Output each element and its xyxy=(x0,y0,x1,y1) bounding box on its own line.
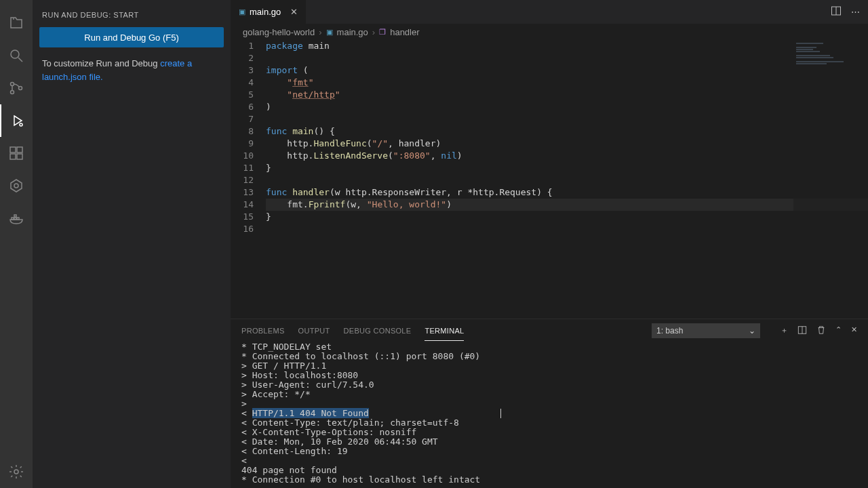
line-number: 13 xyxy=(231,186,254,199)
explorer-icon[interactable] xyxy=(0,7,33,39)
svg-rect-15 xyxy=(14,215,16,217)
line-number: 6 xyxy=(231,101,254,113)
code-line[interactable]: "fmt" xyxy=(266,77,868,89)
breadcrumb[interactable]: golang-hello-world › ▣ main.go › ❐ handl… xyxy=(231,24,868,40)
source-control-icon[interactable] xyxy=(0,72,33,104)
code-line[interactable]: ) xyxy=(266,101,868,113)
svg-rect-9 xyxy=(17,154,22,159)
terminal-line: > GET / HTTP/1.1 xyxy=(241,361,857,371)
terminal-line: * Connection #0 to host localhost left i… xyxy=(241,475,857,485)
code-line[interactable]: fmt.Fprintf(w, "Hello, world!") xyxy=(266,199,868,211)
terminal-line: < Date: Mon, 10 Feb 2020 06:44:50 GMT xyxy=(241,437,857,447)
breadcrumb-project[interactable]: golang-hello-world xyxy=(243,27,315,37)
tab-main-go[interactable]: ▣ main.go ✕ xyxy=(231,0,307,24)
terminal-line: < Content-Length: 19 xyxy=(241,447,857,456)
line-number: 1 xyxy=(231,40,254,52)
line-number: 4 xyxy=(231,77,254,89)
code-line[interactable]: func main() { xyxy=(266,125,868,138)
line-number: 10 xyxy=(231,150,254,162)
settings-gear-icon[interactable] xyxy=(0,455,33,488)
code-line[interactable]: import ( xyxy=(266,64,868,77)
code-line[interactable] xyxy=(266,223,868,235)
panel-title: RUN AND DEBUG: START xyxy=(39,7,224,27)
kill-terminal-icon[interactable] xyxy=(816,325,826,336)
extensions-icon[interactable] xyxy=(0,137,33,169)
terminal-line: 404 page not found xyxy=(241,466,857,475)
tab-filename: main.go xyxy=(250,7,281,17)
terminal-line: * Connected to localhost (::1) port 8080… xyxy=(241,352,857,361)
line-number-gutter: 12345678910111213141516 xyxy=(231,40,266,319)
minimap[interactable] xyxy=(793,40,868,319)
chevron-down-icon: ⌄ xyxy=(749,326,755,336)
code-line[interactable]: } xyxy=(266,162,868,174)
line-number: 16 xyxy=(231,223,254,235)
code-editor[interactable]: 12345678910111213141516 package mainimpo… xyxy=(231,40,868,319)
code-line[interactable] xyxy=(266,52,868,64)
docker-icon[interactable] xyxy=(0,202,33,235)
code-line[interactable]: http.HandleFunc("/", handler) xyxy=(266,138,868,150)
terminal-output[interactable]: * TCP_NODELAY set* Connected to localhos… xyxy=(231,342,868,488)
search-icon[interactable] xyxy=(0,39,33,72)
terminal-line: > xyxy=(241,399,857,409)
svg-point-4 xyxy=(19,87,22,90)
line-number: 5 xyxy=(231,89,254,101)
terminal-line: < X-Content-Type-Options: nosniff xyxy=(241,428,857,437)
terminal-line: < xyxy=(241,456,857,466)
split-terminal-icon[interactable] xyxy=(797,325,807,336)
code-line[interactable] xyxy=(266,113,868,125)
symbol-icon: ❐ xyxy=(379,28,386,37)
line-number: 12 xyxy=(231,174,254,186)
svg-point-5 xyxy=(20,123,22,126)
go-file-icon: ▣ xyxy=(326,28,333,37)
panel-tab-problems[interactable]: PROBLEMS xyxy=(241,321,285,341)
run-and-debug-button[interactable]: Run and Debug Go (F5) xyxy=(39,27,224,47)
split-editor-icon[interactable] xyxy=(831,5,842,18)
svg-rect-6 xyxy=(10,147,16,152)
terminal-line: < Content-Type: text/plain; charset=utf-… xyxy=(241,418,857,428)
code-line[interactable]: "net/http" xyxy=(266,89,868,101)
more-actions-icon[interactable]: ⋯ xyxy=(851,7,860,17)
kubernetes-icon[interactable] xyxy=(0,169,33,202)
line-number: 9 xyxy=(231,138,254,150)
close-tab-icon[interactable]: ✕ xyxy=(290,7,298,17)
panel-tab-terminal[interactable]: TERMINAL xyxy=(425,321,464,341)
breadcrumb-file[interactable]: main.go xyxy=(337,27,368,37)
code-line[interactable]: package main xyxy=(266,40,868,52)
panel-tab-output[interactable]: OUTPUT xyxy=(298,321,330,341)
run-debug-panel: RUN AND DEBUG: START Run and Debug Go (F… xyxy=(33,0,231,488)
breadcrumb-symbol[interactable]: handler xyxy=(390,27,419,37)
svg-rect-7 xyxy=(17,147,22,152)
code-line[interactable]: } xyxy=(266,211,868,223)
panel-tab-debug-console[interactable]: DEBUG CONSOLE xyxy=(344,321,412,341)
customize-hint-text: To customize Run and Debug xyxy=(42,58,160,68)
code-line[interactable] xyxy=(266,174,868,186)
svg-point-0 xyxy=(11,50,19,58)
bottom-panel: PROBLEMSOUTPUTDEBUG CONSOLETERMINAL 1: b… xyxy=(231,319,868,488)
code-line[interactable]: http.ListenAndServe(":8080", nil) xyxy=(266,150,868,162)
terminal-line: > Accept: */* xyxy=(241,390,857,399)
code-content[interactable]: package mainimport ( "fmt" "net/http")fu… xyxy=(266,40,868,319)
editor-group: ▣ main.go ✕ ⋯ golang-hello-world › ▣ mai… xyxy=(231,0,868,488)
code-line[interactable]: func handler(w http.ResponseWriter, r *h… xyxy=(266,186,868,199)
line-number: 8 xyxy=(231,125,254,138)
terminal-line: < HTTP/1.1 404 Not Found xyxy=(241,409,857,418)
panel-tab-bar: PROBLEMSOUTPUTDEBUG CONSOLETERMINAL 1: b… xyxy=(231,319,868,342)
svg-rect-8 xyxy=(10,154,16,159)
activity-bar xyxy=(0,0,33,488)
line-number: 7 xyxy=(231,113,254,125)
maximize-panel-icon[interactable]: ⌃ xyxy=(835,325,842,336)
terminal-picker-label: 1: bash xyxy=(656,326,683,336)
line-number: 11 xyxy=(231,162,254,174)
line-number: 14 xyxy=(231,199,254,211)
editor-tab-bar: ▣ main.go ✕ ⋯ xyxy=(231,0,868,24)
svg-point-2 xyxy=(11,83,14,86)
terminal-line: * TCP_NODELAY set xyxy=(241,342,857,352)
terminal-picker[interactable]: 1: bash ⌄ xyxy=(652,323,760,338)
svg-point-3 xyxy=(11,91,14,94)
terminal-cursor xyxy=(500,409,501,418)
close-panel-icon[interactable]: ✕ xyxy=(851,325,857,336)
terminal-line: > User-Agent: curl/7.54.0 xyxy=(241,380,857,390)
new-terminal-icon[interactable]: ＋ xyxy=(781,325,788,336)
run-debug-icon[interactable] xyxy=(0,104,33,137)
go-file-icon: ▣ xyxy=(239,7,245,16)
